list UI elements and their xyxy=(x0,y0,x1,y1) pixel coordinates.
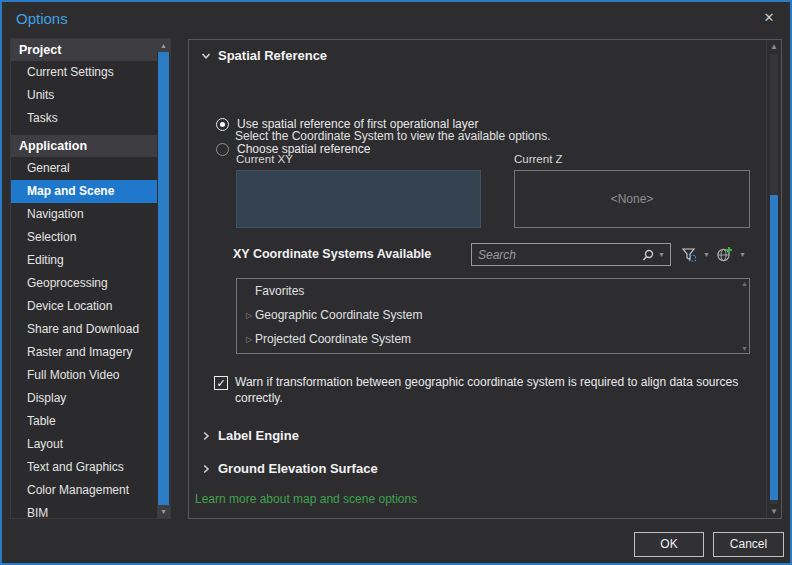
chevron-down-icon xyxy=(201,51,211,61)
filter-icon xyxy=(681,247,697,262)
expand-right-icon[interactable]: ▷ xyxy=(243,311,255,320)
cancel-button[interactable]: Cancel xyxy=(713,532,784,557)
tree-item-label: Geographic Coordinate System xyxy=(255,308,422,322)
settings-panel: Spatial Reference Use spatial reference … xyxy=(188,39,782,519)
scroll-up-icon[interactable]: ▲ xyxy=(157,39,170,52)
current-xy-box[interactable] xyxy=(236,170,481,228)
sidebar-item-geoprocessing[interactable]: Geoprocessing xyxy=(11,272,157,295)
tree-item-projected[interactable]: ▷ Projected Coordinate System xyxy=(237,327,749,351)
scroll-up-icon[interactable]: ▲ xyxy=(767,42,781,51)
filter-button[interactable]: ▼ xyxy=(678,243,713,266)
search-icon[interactable] xyxy=(641,248,655,262)
sidebar-item-color-management[interactable]: Color Management xyxy=(11,479,157,502)
sidebar-item-layout[interactable]: Layout xyxy=(11,433,157,456)
learn-more-link[interactable]: Learn more about map and scene options xyxy=(195,492,417,506)
sidebar-item-editing[interactable]: Editing xyxy=(11,249,157,272)
globe-caret-icon: ▼ xyxy=(739,251,746,258)
sidebar-item-tasks[interactable]: Tasks xyxy=(11,107,157,130)
chevron-right-icon xyxy=(201,431,211,441)
scroll-down-icon[interactable]: ▼ xyxy=(741,345,748,352)
tree-scrollbar[interactable]: ▲ ▼ xyxy=(737,279,749,353)
globe-add-icon xyxy=(716,246,733,263)
sidebar-list: Project Current Settings Units Tasks App… xyxy=(11,39,157,518)
coordinate-systems-tree: Favorites ▷ Geographic Coordinate System… xyxy=(236,278,750,354)
content-scrollbar[interactable]: ▲ ▼ xyxy=(766,40,781,518)
current-z-label: Current Z xyxy=(514,153,563,165)
add-coordinate-system-button[interactable]: ▼ xyxy=(713,243,749,266)
ok-button[interactable]: OK xyxy=(634,532,704,557)
content-scrollbar-thumb[interactable] xyxy=(770,195,778,500)
sidebar-header-application: Application xyxy=(11,135,157,157)
sidebar-item-navigation[interactable]: Navigation xyxy=(11,203,157,226)
tree-item-geographic[interactable]: ▷ Geographic Coordinate System xyxy=(237,303,749,327)
close-icon[interactable]: ✕ xyxy=(760,9,778,27)
tree-item-favorites[interactable]: Favorites xyxy=(237,279,749,303)
scroll-down-icon[interactable]: ▼ xyxy=(157,505,170,518)
sidebar-item-device-location[interactable]: Device Location xyxy=(11,295,157,318)
scroll-up-icon[interactable]: ▲ xyxy=(741,280,748,287)
search-input[interactable] xyxy=(472,248,641,262)
sidebar-item-current-settings[interactable]: Current Settings xyxy=(11,61,157,84)
sidebar-item-bim[interactable]: BIM xyxy=(11,502,157,518)
sidebar-item-units[interactable]: Units xyxy=(11,84,157,107)
section-title: Spatial Reference xyxy=(218,48,327,63)
tree-item-label: Projected Coordinate System xyxy=(255,332,411,346)
sidebar-item-display[interactable]: Display xyxy=(11,387,157,410)
sidebar-item-general[interactable]: General xyxy=(11,157,157,180)
coordinate-system-hint: Select the Coordinate System to view the… xyxy=(235,129,551,143)
sidebar-item-selection[interactable]: Selection xyxy=(11,226,157,249)
expand-right-icon[interactable]: ▷ xyxy=(243,335,255,344)
filter-caret-icon: ▼ xyxy=(703,251,710,258)
scroll-down-icon[interactable]: ▼ xyxy=(767,507,781,516)
sidebar-item-share-and-download[interactable]: Share and Download xyxy=(11,318,157,341)
section-spatial-reference[interactable]: Spatial Reference xyxy=(201,48,327,63)
tree-item-label: Favorites xyxy=(255,284,304,298)
sidebar-scrollbar[interactable]: ▲ ▼ xyxy=(157,39,170,518)
section-label-engine[interactable]: Label Engine xyxy=(201,428,299,443)
chevron-right-icon xyxy=(201,464,211,474)
section-title: Ground Elevation Surface xyxy=(218,461,378,476)
warn-transformation-row[interactable]: Warn if transformation between geographi… xyxy=(214,374,748,406)
options-dialog: Options ✕ Project Current Settings Units… xyxy=(0,0,792,565)
search-box: ▼ xyxy=(471,243,671,266)
current-z-value: <None> xyxy=(611,192,654,206)
page-title: Options xyxy=(16,10,68,27)
sidebar-item-full-motion-video[interactable]: Full Motion Video xyxy=(11,364,157,387)
sidebar-scrollbar-thumb[interactable] xyxy=(158,52,169,505)
current-z-box[interactable]: <None> xyxy=(514,170,750,228)
warn-transformation-label: Warn if transformation between geographi… xyxy=(235,374,748,406)
radio-unselected-icon[interactable] xyxy=(216,143,229,156)
sidebar: Project Current Settings Units Tasks App… xyxy=(10,38,171,519)
search-options-caret-icon[interactable]: ▼ xyxy=(658,251,665,258)
sidebar-item-raster-and-imagery[interactable]: Raster and Imagery xyxy=(11,341,157,364)
sidebar-item-text-and-graphics[interactable]: Text and Graphics xyxy=(11,456,157,479)
section-ground-elevation-surface[interactable]: Ground Elevation Surface xyxy=(201,461,378,476)
checkbox-checked-icon[interactable] xyxy=(214,376,228,390)
section-title: Label Engine xyxy=(218,428,299,443)
xy-systems-available-label: XY Coordinate Systems Available xyxy=(233,247,431,261)
sidebar-item-table[interactable]: Table xyxy=(11,410,157,433)
radio-selected-icon[interactable] xyxy=(216,118,229,131)
sidebar-header-project: Project xyxy=(11,39,157,61)
sidebar-item-map-and-scene[interactable]: Map and Scene xyxy=(11,180,157,203)
current-xy-label: Current XY xyxy=(236,153,293,165)
